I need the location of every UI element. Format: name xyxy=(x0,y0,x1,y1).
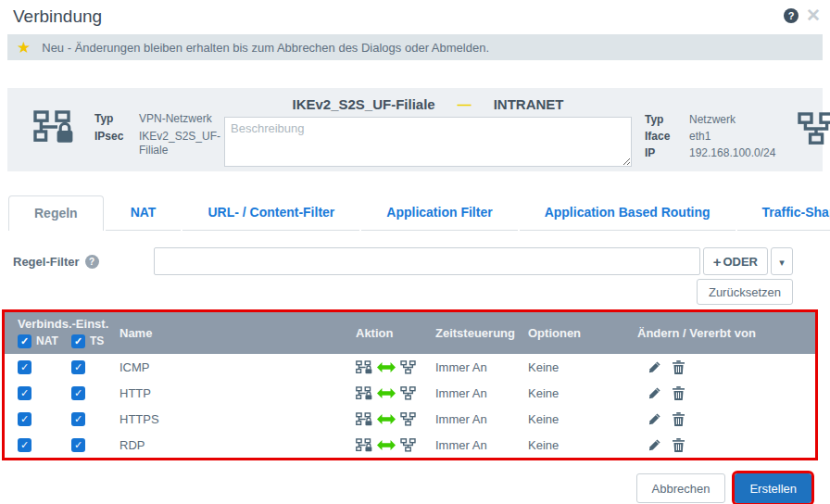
help-icon[interactable] xyxy=(784,8,799,23)
endpoint-to: INTRANET xyxy=(494,96,564,112)
table-row: HTTP Immer An Keine xyxy=(5,380,815,406)
header-verbinds-einst: Verbinds.-Einst. xyxy=(18,317,119,331)
ip-value: 192.168.100.0/24 xyxy=(689,145,798,160)
delete-icon[interactable] xyxy=(673,412,685,426)
ipsec-label: IPsec xyxy=(94,130,133,158)
rule-schedule: Immer An xyxy=(435,438,528,452)
iface-label: Iface xyxy=(645,129,678,144)
rule-schedule: Immer An xyxy=(435,386,528,400)
endpoint-separator: — xyxy=(458,96,472,112)
ts-checkbox[interactable] xyxy=(71,360,85,374)
page-title: Verbindung xyxy=(13,6,817,27)
rule-schedule: Immer An xyxy=(435,360,528,374)
delete-icon[interactable] xyxy=(673,386,685,400)
network-icon xyxy=(400,360,416,374)
rule-schedule: Immer An xyxy=(435,412,528,426)
typ-value: VPN-Netzwerk xyxy=(139,112,224,127)
bidirectional-arrow-icon xyxy=(377,414,396,424)
notice-bar: Neu - Änderungen bleiben erhalten bis zu… xyxy=(7,34,823,60)
rules-table: Verbinds.-Einst. NAT TS Name Aktion Zeit… xyxy=(2,309,818,460)
reset-button[interactable]: Zurücksetzen xyxy=(697,279,793,305)
vpn-network-icon xyxy=(356,438,372,452)
notice-text: Neu - Änderungen bleiben erhalten bis zu… xyxy=(42,41,489,55)
edit-icon[interactable] xyxy=(648,386,661,399)
table-row: RDP Immer An Keine xyxy=(5,432,815,458)
ipsec-value: IKEv2_S2S_UF-Filiale xyxy=(139,130,224,158)
network-icon xyxy=(400,386,416,400)
ts-checkbox[interactable] xyxy=(71,438,85,452)
network-icon xyxy=(400,438,416,452)
endpoint-from: IKEv2_S2S_UF-Filiale xyxy=(292,96,434,112)
edit-icon[interactable] xyxy=(648,412,661,425)
header-zeitsteuerung: Zeitsteuerung xyxy=(435,326,528,340)
ts-checkbox[interactable] xyxy=(71,412,85,426)
tab-traffic-shaping[interactable]: Traffic-Shaping xyxy=(737,195,830,231)
iface-value: eth1 xyxy=(689,129,798,144)
typ-value: Netzwerk xyxy=(689,112,798,127)
connection-panel: Typ VPN-Netzwerk IPsec IKEv2_S2S_UF-Fili… xyxy=(7,88,823,171)
header-ts-label: TS xyxy=(90,334,104,347)
edit-icon[interactable] xyxy=(648,360,661,373)
header-nat-label: NAT xyxy=(36,334,58,347)
edit-icon[interactable] xyxy=(648,438,661,451)
close-icon[interactable] xyxy=(806,8,821,23)
cancel-button[interactable]: Abbrechen xyxy=(636,473,726,503)
bidirectional-arrow-icon xyxy=(377,388,396,398)
description-textarea[interactable] xyxy=(224,117,632,167)
or-button[interactable]: ODER xyxy=(703,247,768,275)
delete-icon[interactable] xyxy=(673,438,685,452)
bidirectional-arrow-icon xyxy=(377,440,396,450)
rule-options: Keine xyxy=(528,412,637,426)
header-aendern-vererbt-von: Ändern / Vererbt von xyxy=(637,326,815,340)
rule-name: HTTP xyxy=(119,386,356,400)
select-all-ts-checkbox[interactable] xyxy=(71,334,85,348)
rule-name: RDP xyxy=(119,438,356,452)
typ-label: Typ xyxy=(645,112,678,127)
nat-checkbox[interactable] xyxy=(18,386,31,400)
vpn-network-icon xyxy=(356,360,372,374)
rule-filter-label: Regel-Filter xyxy=(13,255,80,269)
rule-options: Keine xyxy=(528,386,637,400)
tab-regeln[interactable]: Regeln xyxy=(8,195,104,231)
typ-label: Typ xyxy=(94,112,133,127)
vpn-network-icon xyxy=(356,412,372,426)
tab-bar: Regeln NAT URL- / Content-Filter Applica… xyxy=(7,195,823,231)
table-row: HTTPS Immer An Keine xyxy=(5,406,815,432)
select-all-nat-checkbox[interactable] xyxy=(18,334,31,348)
connection-target-meta: Typ Netzwerk Iface eth1 IP 192.168.100.0… xyxy=(645,112,798,161)
connection-title: IKEv2_S2S_UF-Filiale — INTRANET xyxy=(292,96,563,112)
header-aktion: Aktion xyxy=(356,326,435,340)
tab-application-based-routing[interactable]: Application Based Routing xyxy=(520,195,736,231)
rule-filter-input[interactable] xyxy=(154,247,700,275)
nat-checkbox[interactable] xyxy=(18,438,31,452)
network-icon xyxy=(400,412,416,426)
nat-checkbox[interactable] xyxy=(18,360,31,374)
network-icon xyxy=(798,112,830,145)
header-optionen: Optionen xyxy=(528,326,637,340)
connection-source-meta: Typ VPN-Netzwerk IPsec IKEv2_S2S_UF-Fili… xyxy=(94,112,224,158)
vpn-network-icon xyxy=(33,110,74,144)
bidirectional-arrow-icon xyxy=(377,362,396,372)
tab-application-filter[interactable]: Application Filter xyxy=(361,195,517,231)
header-name: Name xyxy=(119,326,356,340)
rule-name: ICMP xyxy=(119,360,356,374)
dialog-footer: Abbrechen Erstellen xyxy=(0,473,811,503)
ip-label: IP xyxy=(645,145,678,160)
tab-nat[interactable]: NAT xyxy=(106,195,182,231)
tab-url-content-filter[interactable]: URL- / Content-Filter xyxy=(182,195,359,231)
filter-help-icon[interactable] xyxy=(85,255,99,269)
ts-checkbox[interactable] xyxy=(71,386,85,400)
table-row: ICMP Immer An Keine xyxy=(5,354,815,380)
star-icon xyxy=(17,40,31,56)
rule-options: Keine xyxy=(528,360,637,374)
create-button[interactable]: Erstellen xyxy=(735,473,811,503)
rule-options: Keine xyxy=(528,438,637,452)
or-dropdown-button[interactable] xyxy=(771,247,793,275)
dialog-header: Verbindung xyxy=(0,0,830,32)
nat-checkbox[interactable] xyxy=(18,412,31,426)
delete-icon[interactable] xyxy=(673,360,685,374)
rule-filter-row: Regel-Filter ODER xyxy=(13,247,793,275)
vpn-network-icon xyxy=(356,386,372,400)
plus-icon xyxy=(713,254,723,270)
rule-name: HTTPS xyxy=(119,412,356,426)
